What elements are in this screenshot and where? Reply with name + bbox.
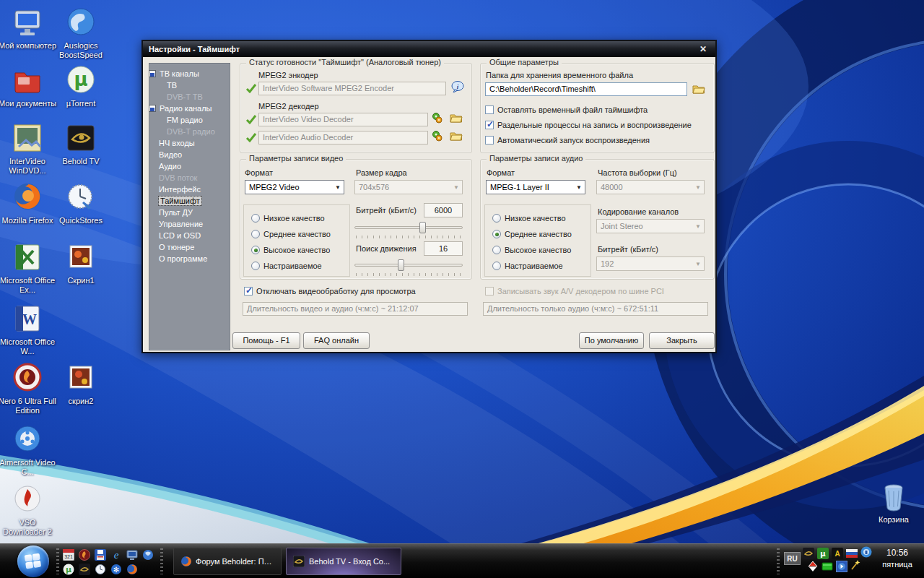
taskbar-separator[interactable] [56,548,59,574]
language-indicator[interactable]: RU [784,552,801,565]
filter-config-icon[interactable] [431,112,444,124]
video-bitrate-slider[interactable] [354,222,463,239]
motion-search-value[interactable]: 16 [424,241,463,256]
video-format-combo[interactable]: MPEG2 Video [245,180,344,194]
motion-search-slider[interactable] [354,259,463,277]
checkbox-box [485,105,494,114]
browse-folder-icon[interactable] [692,83,705,95]
tree-item-timeshift[interactable]: Таймшифт [149,195,230,207]
audio-format-combo[interactable]: MPEG-1 Layer II [486,180,585,194]
show-desktop-quicklaunch-icon[interactable] [126,548,139,561]
internet-explorer-quicklaunch-icon[interactable]: e [110,548,123,561]
tray-utorrent-icon[interactable]: µ [817,548,829,559]
tree-item-tv[interactable]: ТВ [149,79,230,91]
tray-clock[interactable]: 10:56 пятница [875,548,920,569]
network-quicklaunch-icon[interactable] [141,548,154,561]
video-quality-low-radio[interactable]: Низкое качество [251,214,325,223]
folder-open-icon[interactable] [450,130,463,142]
slider-track[interactable] [354,226,463,229]
slider-track[interactable] [354,264,463,267]
task-button-beholder-forum[interactable]: Форум Beholder: Про... [173,548,282,575]
help-button[interactable]: Помощь - F1 [232,332,300,349]
desktop-icon-aimersoft[interactable]: Aimersoft Video C... [0,423,58,477]
desktop-icon-word[interactable]: W Microsoft Office W... [0,302,58,356]
close-icon[interactable]: ✕ [697,44,710,54]
desktop-icon-recycle-bin[interactable]: Корзина [863,480,924,525]
audio-decoder-field: InterVideo Audio Decoder [258,131,428,144]
tree-item-label: DVB поток [159,173,197,182]
disable-video-processing-checkbox[interactable]: Отключать видеообработку для просмотра [244,287,416,296]
start-button[interactable] [17,545,49,577]
video-quality-panel: Низкое качество Среднее качество Высокое… [243,204,350,277]
folder-open-icon[interactable] [450,112,463,124]
desktop-icon-label: Скрин1 [49,276,113,285]
quickstores-clock-icon [64,181,97,214]
tree-item-fm-radio[interactable]: FM радио [149,114,230,126]
desktop-icon-behold-tv[interactable]: Behold TV [49,121,113,166]
tree-item-tv-channels[interactable]: ТВ каналы [149,68,230,79]
tree-checkbox[interactable] [149,70,156,77]
taskbar-separator[interactable] [160,548,163,574]
desktop-icon-vso[interactable]: VSO Downloader 2 [0,483,58,537]
task-button-behold-tv[interactable]: Behold TV - Вход Co... [286,548,401,575]
video-quality-medium-radio[interactable]: Среднее качество [251,230,331,238]
slider-thumb[interactable] [398,259,404,271]
tray-battery-icon[interactable] [821,561,833,572]
keep-temp-file-checkbox[interactable]: Оставлять временный файл таймшифта [485,105,648,114]
slider-thumb[interactable] [419,222,426,233]
folder-path-label: Папка для хранения временного файла [486,71,633,79]
close-button[interactable]: Закрыть [649,332,715,349]
separate-processes-checkbox[interactable]: Раздельные процессы на запись и воспроиз… [485,121,692,129]
desktop-icon-quickstores[interactable]: QuickStores [49,181,113,225]
desktop-icon-label: QuickStores [49,216,113,225]
tree-item-video[interactable]: Видео [149,149,230,160]
video-quality-custom-radio[interactable]: Настраиваемое [251,262,322,270]
info-icon[interactable]: i [451,81,464,92]
radio-label: Низкое качество [505,214,566,223]
video-bitrate-value[interactable]: 6000 [424,203,463,217]
svg-text:✻: ✻ [113,566,119,574]
behold-quicklaunch-icon[interactable] [78,563,91,576]
tray-punto-switcher-icon[interactable]: A [832,548,843,559]
desktop-icon-utorrent[interactable]: µ µTorrent [49,64,113,108]
folder-path-input[interactable]: C:\Beholder\Record\Timeshift\ [485,82,687,96]
tray-behold-icon[interactable] [803,548,814,559]
tree-item-radio-channels[interactable]: Радио каналы [149,103,230,114]
filter-config-icon[interactable] [431,130,444,142]
desktop-icon-auslogics[interactable]: Auslogics BoostSpeed [49,6,113,60]
tray-media-player-icon[interactable] [836,561,847,572]
faq-button[interactable]: FAQ онлайн [303,332,370,349]
desktop-icon-label: VSO Downloader 2 [0,518,58,537]
snowflake-quicklaunch-icon[interactable]: ✻ [110,563,123,576]
auto-start-checkbox[interactable]: Автоматический запуск воспроизведения [485,136,650,144]
save-quicklaunch-icon[interactable] [94,548,107,561]
quickstores-quicklaunch-icon[interactable] [94,563,107,576]
audio-quality-high-radio[interactable]: Высокое качество [492,246,571,254]
tray-magic-wand-icon[interactable] [849,559,860,571]
audio-quality-low-radio[interactable]: Низкое качество [492,214,566,223]
audio-quality-medium-radio[interactable]: Среднее качество [492,230,572,238]
audio-quality-custom-radio[interactable]: Настраиваемое [492,262,563,270]
desktop-icon-skrin1[interactable]: Скрин1 [49,241,113,285]
tree-item-about-program[interactable]: О программе [149,253,230,264]
tray-lock-icon[interactable] [860,546,872,558]
tree-item-interface[interactable]: Интерфейс [149,184,230,195]
tree-item-about-tuner[interactable]: О тюнере [149,241,230,253]
defaults-button[interactable]: По умолчанию [579,332,644,349]
tree-item-audio[interactable]: Аудио [149,160,230,172]
tree-item-lf-inputs[interactable]: НЧ входы [149,137,230,149]
firefox-quicklaunch-icon[interactable] [126,563,139,576]
video-quality-high-radio[interactable]: Высокое качество [251,246,330,254]
taskbar-separator[interactable] [777,548,780,574]
tree-item-control[interactable]: Управление [149,218,230,230]
tree-item-remote[interactable]: Пульт ДУ [149,207,230,218]
dialog-titlebar[interactable]: Настройки - Таймшифт ✕ [143,41,715,57]
utorrent-quicklaunch-icon[interactable]: µ [62,563,75,576]
tree-checkbox[interactable] [149,105,156,112]
tree-item-lcd-osd[interactable]: LCD и OSD [149,230,230,241]
tray-russian-flag-icon[interactable] [846,548,858,559]
tray-updown-meter-icon[interactable] [807,561,819,572]
klite-quicklaunch-icon[interactable]: 321 [62,548,75,561]
desktop-icon-skrin2[interactable]: скрин2 [49,361,113,406]
nero-quicklaunch-icon[interactable] [78,548,91,561]
